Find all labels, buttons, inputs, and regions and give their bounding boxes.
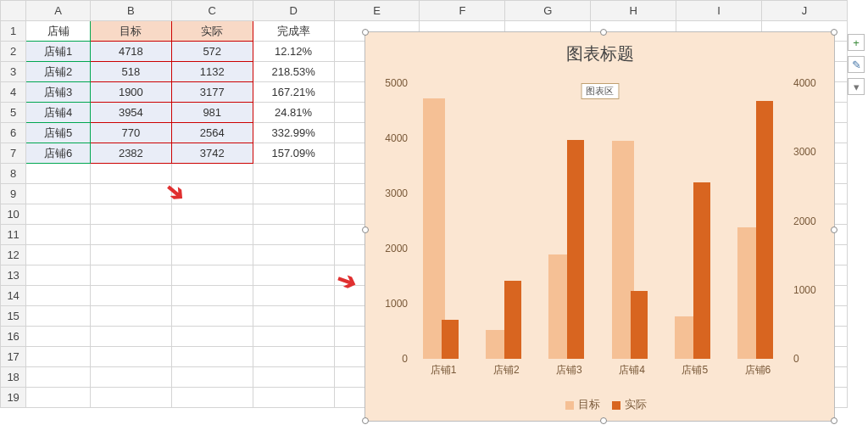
- cell[interactable]: [253, 266, 334, 286]
- cell[interactable]: 12.12%: [253, 42, 334, 62]
- column-header[interactable]: B: [90, 1, 171, 21]
- cell[interactable]: [253, 367, 334, 388]
- cell[interactable]: [26, 347, 91, 367]
- row-header[interactable]: 9: [1, 184, 26, 204]
- row-header[interactable]: 2: [1, 42, 26, 62]
- column-header[interactable]: E: [334, 1, 420, 21]
- cell[interactable]: 572: [171, 42, 253, 62]
- cell[interactable]: [90, 266, 171, 286]
- row-header[interactable]: 16: [1, 327, 26, 347]
- column-header[interactable]: D: [253, 1, 334, 21]
- column-header[interactable]: G: [505, 1, 591, 21]
- cell[interactable]: [26, 184, 91, 204]
- cell[interactable]: [90, 184, 171, 204]
- row-header[interactable]: 4: [1, 82, 26, 103]
- cell[interactable]: [26, 327, 91, 347]
- plot-area[interactable]: 01000200030004000500001000200030004000店铺…: [412, 83, 789, 359]
- row-header[interactable]: 15: [1, 306, 26, 327]
- cell[interactable]: 332.99%: [253, 123, 334, 143]
- cell[interactable]: [171, 184, 253, 204]
- legend-label[interactable]: 目标: [578, 398, 600, 411]
- cell[interactable]: 24.81%: [253, 103, 334, 123]
- row-header[interactable]: 18: [1, 367, 26, 388]
- cell[interactable]: [171, 225, 253, 245]
- cell[interactable]: [253, 327, 334, 347]
- column-header[interactable]: J: [762, 1, 848, 21]
- cell[interactable]: [26, 225, 91, 245]
- cell[interactable]: [253, 306, 334, 327]
- row-header[interactable]: 11: [1, 225, 26, 245]
- cell[interactable]: [26, 164, 91, 184]
- cell[interactable]: 218.53%: [253, 62, 334, 82]
- cell[interactable]: [171, 388, 253, 408]
- cell[interactable]: 实际: [171, 21, 253, 42]
- cell[interactable]: 770: [90, 123, 171, 143]
- cell[interactable]: 店铺1: [26, 42, 91, 62]
- cell[interactable]: [253, 225, 334, 245]
- cell[interactable]: 3177: [171, 82, 253, 103]
- cell[interactable]: 店铺6: [26, 143, 91, 164]
- cell[interactable]: [253, 347, 334, 367]
- embedded-chart[interactable]: 图表标题 图表区 0100020003000400050000100020003…: [364, 31, 835, 422]
- legend-label[interactable]: 实际: [625, 398, 647, 411]
- cell[interactable]: [26, 388, 91, 408]
- row-header[interactable]: 17: [1, 347, 26, 367]
- cell[interactable]: 981: [171, 103, 253, 123]
- cell[interactable]: [90, 164, 171, 184]
- cell[interactable]: [26, 286, 91, 306]
- row-header[interactable]: 7: [1, 143, 26, 164]
- cell[interactable]: [171, 367, 253, 388]
- row-header[interactable]: 14: [1, 286, 26, 306]
- cell[interactable]: [253, 204, 334, 225]
- cell[interactable]: 店铺5: [26, 123, 91, 143]
- cell[interactable]: [90, 347, 171, 367]
- chart-styles-button[interactable]: ✎: [848, 56, 865, 73]
- row-header[interactable]: 13: [1, 266, 26, 286]
- cell[interactable]: [26, 306, 91, 327]
- row-header[interactable]: 19: [1, 388, 26, 408]
- cell[interactable]: [253, 388, 334, 408]
- cell[interactable]: 完成率: [253, 21, 334, 42]
- cell[interactable]: 4718: [90, 42, 171, 62]
- cell[interactable]: [253, 164, 334, 184]
- cell[interactable]: [26, 367, 91, 388]
- chart-title[interactable]: 图表标题: [365, 42, 834, 65]
- bar-series-2[interactable]: [442, 320, 459, 359]
- cell[interactable]: [171, 347, 253, 367]
- chart-legend[interactable]: 目标实际: [365, 397, 834, 412]
- cell[interactable]: [26, 204, 91, 225]
- cell[interactable]: [90, 225, 171, 245]
- cell[interactable]: 3954: [90, 103, 171, 123]
- cell[interactable]: [90, 204, 171, 225]
- cell[interactable]: [171, 245, 253, 266]
- cell[interactable]: 目标: [90, 21, 171, 42]
- cell[interactable]: 3742: [171, 143, 253, 164]
- cell[interactable]: 店铺3: [26, 82, 91, 103]
- chart-elements-button[interactable]: +: [848, 34, 865, 51]
- bar-series-2[interactable]: [567, 140, 584, 359]
- bar-series-2[interactable]: [631, 291, 648, 359]
- cell[interactable]: [90, 286, 171, 306]
- cell[interactable]: [26, 266, 91, 286]
- column-header[interactable]: I: [676, 1, 762, 21]
- cell[interactable]: [171, 327, 253, 347]
- row-header[interactable]: 3: [1, 62, 26, 82]
- cell[interactable]: 店铺4: [26, 103, 91, 123]
- cell[interactable]: 店铺2: [26, 62, 91, 82]
- plot-area-label[interactable]: 图表区: [581, 83, 619, 99]
- cell[interactable]: [171, 164, 253, 184]
- cell[interactable]: 518: [90, 62, 171, 82]
- cell[interactable]: 店铺: [26, 21, 91, 42]
- cell[interactable]: [90, 367, 171, 388]
- cell[interactable]: [253, 184, 334, 204]
- cell[interactable]: [90, 306, 171, 327]
- cell[interactable]: [171, 204, 253, 225]
- column-header[interactable]: A: [26, 1, 91, 21]
- column-header[interactable]: C: [171, 1, 253, 21]
- cell[interactable]: 1900: [90, 82, 171, 103]
- row-header[interactable]: 1: [1, 21, 26, 42]
- cell[interactable]: [171, 306, 253, 327]
- chart-filters-button[interactable]: ▾: [848, 78, 865, 95]
- row-header[interactable]: 12: [1, 245, 26, 266]
- cell[interactable]: 2564: [171, 123, 253, 143]
